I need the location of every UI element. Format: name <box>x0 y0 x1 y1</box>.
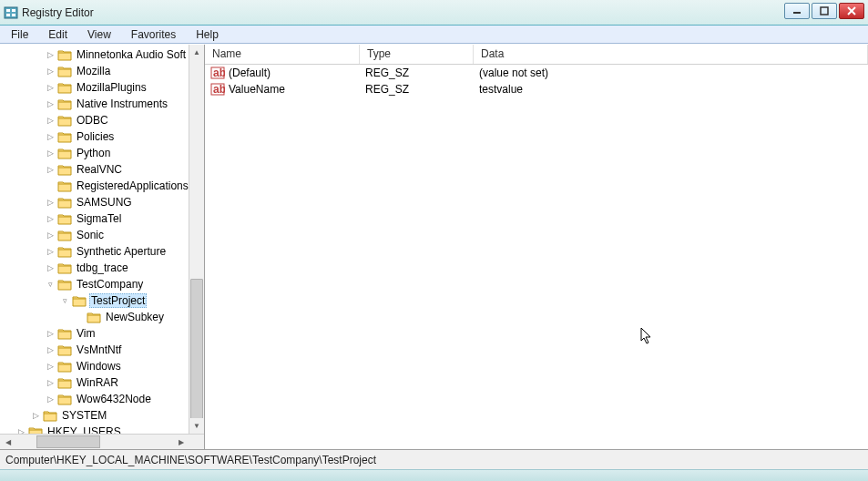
list-row[interactable]: (Default)REG_SZ(value not set) <box>205 65 868 81</box>
tree-item-label: Mozilla <box>75 65 112 77</box>
tree-horizontal-scrollbar[interactable]: ◀ ▶ <box>0 434 204 449</box>
tree-item[interactable]: ▷MozillaPlugins <box>2 79 204 96</box>
svg-rect-2 <box>12 9 15 12</box>
main-area: ▷Minnetonka Audio Soft▷Mozilla▷MozillaPl… <box>0 44 868 449</box>
string-value-icon <box>210 66 225 80</box>
menu-view[interactable]: View <box>82 26 117 43</box>
scroll-up-arrow-icon[interactable]: ▲ <box>189 45 204 60</box>
tree-item[interactable]: ▷Native Instruments <box>2 96 204 112</box>
tree-item[interactable]: ▷Vim <box>2 325 204 342</box>
menu-file[interactable]: File <box>5 26 34 43</box>
tree-item[interactable]: ▷Wow6432Node <box>2 391 204 407</box>
expand-icon[interactable]: ▷ <box>46 99 56 109</box>
folder-icon <box>57 81 72 94</box>
menu-help[interactable]: Help <box>190 26 224 43</box>
expand-icon[interactable]: ▷ <box>46 132 56 142</box>
expand-icon[interactable]: ▷ <box>46 230 56 240</box>
svg-rect-6 <box>821 7 828 15</box>
expand-icon[interactable]: ▷ <box>46 345 56 355</box>
folder-icon <box>57 245 72 258</box>
expand-icon[interactable]: ▷ <box>46 50 56 60</box>
tree-item[interactable]: ▷WinRAR <box>2 374 204 391</box>
column-header-type[interactable]: Type <box>360 45 474 64</box>
value-list[interactable]: (Default)REG_SZ(value not set)ValueNameR… <box>205 65 868 97</box>
status-bar: Computer\HKEY_LOCAL_MACHINE\SOFTWARE\Tes… <box>0 449 868 469</box>
tree-item-label: Python <box>75 147 112 159</box>
folder-icon <box>57 393 72 405</box>
column-header-name[interactable]: Name <box>205 45 360 64</box>
tree-item[interactable]: ▷Python <box>2 145 204 161</box>
collapse-icon[interactable]: ▿ <box>60 296 70 306</box>
tree-item[interactable]: ▷Minnetonka Audio Soft <box>2 46 204 63</box>
registry-tree[interactable]: ▷Minnetonka Audio Soft▷Mozilla▷MozillaPl… <box>0 45 204 449</box>
tree-item-label: Synthetic Aperture <box>75 245 168 258</box>
scroll-left-arrow-icon[interactable]: ◀ <box>0 435 15 449</box>
expand-icon[interactable]: ▷ <box>31 411 41 421</box>
expand-icon[interactable]: ▷ <box>46 362 56 372</box>
scroll-down-arrow-icon[interactable]: ▼ <box>189 418 204 434</box>
folder-icon <box>57 147 72 159</box>
tree-item[interactable]: ▿TestProject <box>2 292 204 309</box>
expand-icon[interactable]: ▷ <box>46 67 56 77</box>
tree-item[interactable]: ▷RealVNC <box>2 161 204 178</box>
tree-item[interactable]: ▷Policies <box>2 128 204 145</box>
expand-icon[interactable]: ▷ <box>46 394 56 404</box>
tree-vertical-scrollbar[interactable]: ▲ ▼ <box>189 45 204 434</box>
close-button[interactable] <box>839 3 864 19</box>
expand-icon[interactable]: ▷ <box>46 116 56 126</box>
value-type: REG_SZ <box>360 67 474 79</box>
svg-rect-1 <box>6 9 10 12</box>
folder-icon <box>57 163 72 176</box>
expand-icon[interactable]: ▷ <box>46 247 56 257</box>
value-list-panel: Name Type Data (Default)REG_SZ(value not… <box>205 45 868 449</box>
tree-item[interactable]: ▿TestCompany <box>2 276 204 292</box>
svg-rect-4 <box>12 14 15 16</box>
menu-edit[interactable]: Edit <box>43 26 73 43</box>
expand-icon[interactable]: ▷ <box>46 198 56 208</box>
list-header: Name Type Data <box>205 45 868 65</box>
scroll-right-arrow-icon[interactable]: ▶ <box>173 435 189 449</box>
collapse-icon[interactable]: ▿ <box>46 280 56 290</box>
minimize-button[interactable] <box>784 3 810 19</box>
mouse-cursor-icon <box>640 327 653 348</box>
tree-item[interactable]: ▷SYSTEM <box>2 407 204 424</box>
list-row[interactable]: ValueNameREG_SZtestvalue <box>205 81 868 97</box>
tree-item-label: MozillaPlugins <box>75 81 148 94</box>
expand-icon[interactable]: ▷ <box>46 214 56 224</box>
tree-item[interactable]: ▷SAMSUNG <box>2 194 204 210</box>
status-path: Computer\HKEY_LOCAL_MACHINE\SOFTWARE\Tes… <box>5 454 376 466</box>
tree-item[interactable]: ▷VsMntNtf <box>2 342 204 358</box>
value-name: ValueName <box>229 83 285 96</box>
value-type: REG_SZ <box>360 83 474 96</box>
tree-item[interactable]: ▷ODBC <box>2 112 204 128</box>
tree-item-label: Vim <box>75 327 97 340</box>
tree-item-label: RegisteredApplications <box>75 179 190 192</box>
folder-icon <box>72 294 87 307</box>
tree-item[interactable]: ▷tdbg_trace <box>2 260 204 276</box>
svg-rect-0 <box>5 7 17 18</box>
scroll-thumb-h[interactable] <box>36 435 100 448</box>
tree-item[interactable]: ▷Synthetic Aperture <box>2 243 204 260</box>
folder-icon <box>57 65 72 77</box>
tree-item[interactable]: ▷Windows <box>2 358 204 374</box>
menu-favorites[interactable]: Favorites <box>126 26 181 43</box>
expand-icon[interactable]: ▷ <box>46 83 56 93</box>
tree-item-label: SigmaTel <box>75 212 123 225</box>
maximize-button[interactable] <box>812 3 837 19</box>
tree-item[interactable]: ▷Mozilla <box>2 63 204 79</box>
title-bar: Registry Editor <box>0 0 868 26</box>
tree-item[interactable]: NewSubkey <box>2 309 204 325</box>
column-header-data[interactable]: Data <box>474 45 868 64</box>
tree-item[interactable]: ▷SigmaTel <box>2 210 204 227</box>
no-expand-icon <box>75 312 85 322</box>
expand-icon[interactable]: ▷ <box>46 165 56 175</box>
expand-icon[interactable]: ▷ <box>46 148 56 159</box>
expand-icon[interactable]: ▷ <box>46 263 56 273</box>
tree-item[interactable]: ▷Sonic <box>2 227 204 243</box>
folder-icon <box>57 114 72 127</box>
tree-item-label: Wow6432Node <box>75 393 153 405</box>
tree-item[interactable]: RegisteredApplications <box>2 178 204 194</box>
expand-icon[interactable]: ▷ <box>46 329 56 339</box>
expand-icon[interactable]: ▷ <box>46 378 56 388</box>
scroll-thumb[interactable] <box>190 279 203 425</box>
